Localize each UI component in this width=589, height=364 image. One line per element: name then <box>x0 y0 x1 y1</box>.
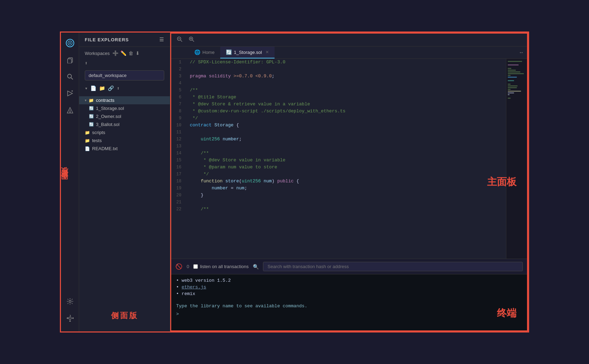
sidebar-item-deploy[interactable] <box>63 103 77 117</box>
workspaces-icons: ➕ ✏️ 🗑 ⬇ <box>112 50 140 56</box>
code-line-2: 2 <box>171 66 504 73</box>
terminal-line-2: • ethers.js <box>176 285 522 290</box>
tab-storage[interactable]: 🔄 1_Storage.sol ✕ <box>220 47 275 58</box>
zoom-in-button[interactable] <box>187 36 196 44</box>
tree-item-label: contracts <box>96 98 115 103</box>
tab-home-label: Home <box>202 50 215 55</box>
code-line-18: 18 function store(uint256 num) public { <box>171 178 504 185</box>
sidebar-item-file-explorer[interactable] <box>63 36 77 50</box>
ban-icon[interactable]: 🚫 <box>175 263 182 270</box>
sol-icon-3: 🔄 <box>89 122 94 127</box>
edit-workspace-icon[interactable]: ✏️ <box>120 50 126 56</box>
tab-storage-label: 1_Storage.sol <box>234 50 262 55</box>
code-line-12: 12 uint256 number; <box>171 136 504 143</box>
terminal-line-3: • remix <box>176 291 522 296</box>
upload-files-icon[interactable]: ⬆ <box>117 85 119 91</box>
svg-line-16 <box>193 40 194 42</box>
collapse-icon[interactable]: ☰ <box>159 37 164 42</box>
tree-item-tests[interactable]: 📁 tests <box>79 136 170 145</box>
app-window: 图标面板 FILE EXPLORERS ☰ Workspaces ➕ ✏️ 🗑 … <box>60 31 529 332</box>
download-workspace-icon[interactable]: ⬇ <box>136 50 140 56</box>
folder-chevron: ▾ <box>85 98 86 102</box>
sidebar-item-search[interactable] <box>63 70 77 84</box>
code-line-1: 1 // SPDX-License-Identifier: GPL-3.0 <box>171 59 504 66</box>
terminal-prompt-text: Type the library name to see available c… <box>176 303 307 309</box>
new-file-icon[interactable]: 📄 <box>90 85 96 91</box>
workspaces-label: Workspaces <box>85 51 110 56</box>
tab-home[interactable]: 🌐 Home <box>189 47 220 58</box>
code-line-3: 3 pragma solidity >=0.7.0 <0.9.0; <box>171 73 504 80</box>
svg-point-5 <box>68 74 71 78</box>
code-line-9: 9 */ <box>171 115 504 122</box>
code-line-17: 17 */ <box>171 171 504 178</box>
new-folder-icon[interactable]: 📁 <box>99 85 105 91</box>
sidebar-item-copy[interactable] <box>63 53 77 67</box>
terminal-gt: > <box>176 312 179 317</box>
sidebar-header-icons: ☰ <box>159 37 164 42</box>
code-line-13: 13 <box>171 143 504 150</box>
sidebar-item-compile[interactable] <box>63 86 77 100</box>
folder-icon-tests: 📁 <box>85 138 90 143</box>
sidebar: FILE EXPLORERS ☰ Workspaces ➕ ✏️ 🗑 ⬇ ⬆ d… <box>79 33 170 331</box>
tab-close-storage[interactable]: ✕ <box>265 50 269 55</box>
tree-item-label: tests <box>92 138 102 143</box>
tree-item-scripts[interactable]: 📁 scripts <box>79 128 170 136</box>
code-line-20: 20 } <box>171 192 504 199</box>
upload-icon[interactable]: ⬆ <box>85 60 88 66</box>
storage-tab-icon: 🔄 <box>226 49 232 55</box>
tree-item-readme[interactable]: 📄 README.txt <box>79 145 170 153</box>
tree-item-3ballot[interactable]: 🔄 3_Ballot.sol <box>79 120 170 128</box>
tree-item-2owner[interactable]: 🔄 2_Owner.sol <box>79 112 170 120</box>
tree-item-label: 1_Storage.sol <box>96 106 124 111</box>
folder-icon-scripts: 📁 <box>85 130 90 135</box>
listen-tx-checkbox-input[interactable] <box>193 264 198 269</box>
tx-search-icon[interactable]: 🔍 <box>253 264 259 270</box>
tx-count: 0 <box>187 264 189 269</box>
code-line-16: 16 * @param num value to store <box>171 164 504 171</box>
swap-panels-icon[interactable]: ↔ <box>520 50 527 55</box>
workspace-select[interactable]: default_workspace <box>85 70 164 80</box>
code-line-19: 19 number = num; <box>171 185 504 192</box>
terminal-prompt: Type the library name to see available c… <box>176 303 522 309</box>
code-line-10: 10 contract Storage { <box>171 122 504 129</box>
tree-item-contracts[interactable]: ▾ 📁 contracts <box>79 96 170 104</box>
code-line-5: 5 /** <box>171 87 504 94</box>
terminal-input-line: > <box>176 312 522 317</box>
file-tree-icons-row: ▾ 📄 📁 🔗 ⬆ <box>79 84 170 93</box>
delete-workspace-icon[interactable]: 🗑 <box>129 50 133 56</box>
home-tab-icon: 🌐 <box>194 49 200 55</box>
icon-panel: 图标面板 <box>61 33 79 331</box>
tree-item-1storage[interactable]: 🔄 1_Storage.sol <box>79 104 170 112</box>
minimap <box>506 59 527 259</box>
sidebar-item-settings-gear[interactable] <box>63 311 77 325</box>
new-workspace-icon[interactable]: ➕ <box>112 50 118 56</box>
sol-icon-2: 🔄 <box>89 114 94 119</box>
workspaces-row: Workspaces ➕ ✏️ 🗑 ⬇ <box>79 47 170 59</box>
tx-search-input[interactable] <box>263 262 523 271</box>
code-line-6: 6 * @title Storage <box>171 94 504 101</box>
ethers-link[interactable]: ethers.js <box>182 285 206 290</box>
code-editor[interactable]: 1 // SPDX-License-Identifier: GPL-3.0 2 … <box>171 59 527 259</box>
txt-icon: 📄 <box>85 146 90 151</box>
listen-all-tx-checkbox[interactable]: listen on all transactions <box>193 264 249 269</box>
sidebar-item-wrench[interactable] <box>63 294 77 308</box>
code-line-7: 7 * @dev Store & retrieve value in a var… <box>171 101 504 108</box>
file-tree: ▾ 📁 contracts 🔄 1_Storage.sol 🔄 2_Owner.… <box>79 94 170 331</box>
terminal-line-1: • web3 version 1.5.2 <box>176 278 522 283</box>
code-line-22: 22 /** <box>171 206 504 213</box>
transaction-bar: 🚫 0 listen on all transactions 🔍 <box>171 259 527 274</box>
svg-point-10 <box>69 300 71 302</box>
tree-item-label: scripts <box>92 130 105 135</box>
tree-collapse-icon[interactable]: ▾ <box>85 85 88 91</box>
file-explorers-title: FILE EXPLORERS <box>85 37 129 42</box>
tree-item-label: 2_Owner.sol <box>96 114 121 119</box>
zoom-out-button[interactable] <box>175 36 184 44</box>
code-line-4: 4 <box>171 80 504 87</box>
folder-icon: 📁 <box>89 98 94 103</box>
tabs-row: 🌐 Home 🔄 1_Storage.sol ✕ ↔ <box>171 47 527 59</box>
icon-panel-label: 图标面板 <box>59 178 69 186</box>
git-icon[interactable]: 🔗 <box>108 85 114 91</box>
tree-item-label: README.txt <box>92 146 118 151</box>
svg-rect-4 <box>68 59 71 63</box>
code-line-8: 8 * @custom:dev-run-script ./scripts/dep… <box>171 108 504 115</box>
